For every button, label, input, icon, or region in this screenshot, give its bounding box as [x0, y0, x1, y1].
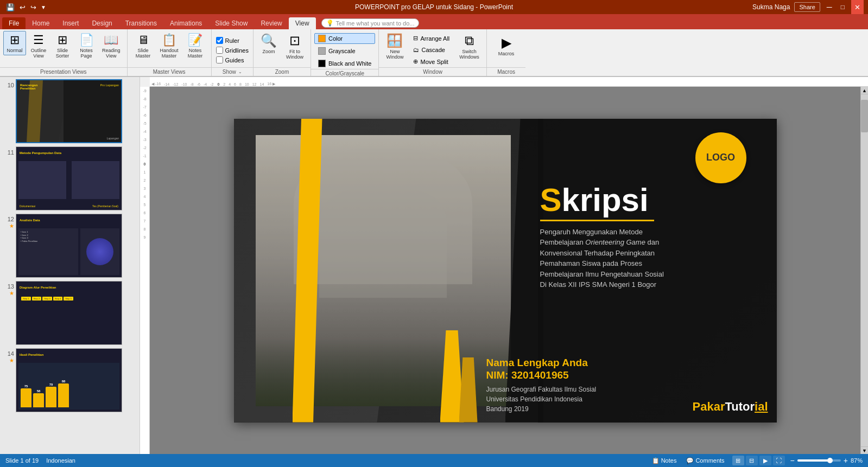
comments-icon: 💬 — [686, 457, 694, 464]
share-btn[interactable]: Share — [794, 2, 820, 12]
slideshow-icon-btn[interactable]: ⛶ — [773, 456, 785, 465]
arrange-all-icon: ⊟ — [413, 35, 418, 42]
gridlines-checkbox-label[interactable]: Gridlines — [216, 47, 249, 54]
reading-view-btn[interactable]: 📖 ReadingView — [99, 31, 124, 61]
zoom-slider[interactable] — [797, 459, 841, 462]
zoom-slider-fill — [797, 459, 830, 462]
black-white-option-btn[interactable]: Black and White — [314, 58, 375, 69]
gridlines-checkbox[interactable] — [216, 47, 223, 54]
name-text: Nama Lengkap Anda — [486, 357, 768, 369]
arrange-all-btn[interactable]: ⊟ Arrange All — [409, 33, 453, 43]
group-color-grayscale: Color Grayscale Black and White Color/Gr… — [311, 29, 379, 76]
scroll-down-btn[interactable]: ▼ — [861, 446, 868, 454]
redo-btn[interactable]: ↪ — [29, 3, 38, 12]
tab-slide-show[interactable]: Slide Show — [208, 17, 254, 29]
move-split-btn[interactable]: ⊕ Move Split — [409, 56, 453, 67]
new-window-icon: 🪟 — [387, 33, 403, 48]
grayscale-option-btn[interactable]: Grayscale — [314, 46, 375, 56]
ruler-checkbox[interactable] — [216, 37, 223, 44]
guides-checkbox[interactable] — [216, 56, 223, 63]
zoom-body: 🔍 Zoom ⊡ Fit toWindow — [257, 31, 307, 67]
slide-sorter-btn[interactable]: ⊞ SlideSorter — [51, 31, 74, 61]
zoom-out-btn[interactable]: − — [790, 456, 795, 465]
kripsi-text: kripsi — [562, 182, 649, 218]
fit-to-window-btn[interactable]: ⊡ Fit toWindow — [282, 31, 307, 62]
watermark-tutor: Tutor — [725, 400, 755, 413]
notes-status-label: Notes — [661, 457, 677, 464]
subtitle-line4: Pemahaman Siswa pada Proses — [540, 259, 643, 267]
notes-page-label: NotesPage — [80, 48, 93, 59]
tab-transitions[interactable]: Transitions — [119, 17, 163, 29]
save-btn[interactable]: 💾 — [4, 3, 16, 12]
tab-review[interactable]: Review — [254, 17, 288, 29]
undo-btn[interactable]: ↩ — [18, 3, 27, 12]
tab-file[interactable]: File — [2, 17, 26, 29]
maximize-btn[interactable]: □ — [839, 3, 847, 11]
slide-thumb-11[interactable]: 11 Metode Pengumpulan Data Dokumentasi T… — [2, 146, 137, 210]
outline-view-btn[interactable]: ☰ OutlineView — [27, 31, 50, 61]
tab-insert[interactable]: Insert — [56, 17, 85, 29]
v-scrollbar[interactable]: ▲ ▼ — [860, 87, 868, 454]
notes-page-btn[interactable]: 📄 NotesPage — [75, 31, 98, 61]
switch-windows-icon: ⧉ — [465, 33, 474, 48]
slide-subtitle: Pengaruh Menggunakan Metode Pembelajaran… — [540, 227, 768, 290]
macros-btn[interactable]: ▶ Macros — [492, 33, 521, 59]
tab-animations[interactable]: Animations — [163, 17, 208, 29]
group-show: Ruler Gridlines Guides Show ⌄ — [212, 29, 254, 76]
zoom-btn[interactable]: 🔍 Zoom — [257, 31, 281, 56]
normal-icon: ⊞ — [10, 33, 20, 47]
status-bar-right: 📋 Notes 💬 Comments ⊞ ⊟ ▶ ⛶ − + — [650, 456, 863, 465]
black-white-swatch — [318, 60, 326, 67]
tab-design[interactable]: Design — [85, 17, 118, 29]
minimize-btn[interactable]: ─ — [825, 3, 834, 11]
notes-master-btn[interactable]: 📝 NotesMaster — [183, 31, 208, 61]
h-ruler: ◀ -16 -14 -12 -10 -8 -6 -4 -2 0 2 4 6 8 … — [150, 77, 868, 87]
normal-view-icon-btn[interactable]: ⊞ — [732, 456, 744, 465]
macros-body: ▶ Macros — [492, 31, 521, 67]
zoom-label: Zoom — [262, 49, 275, 54]
normal-btn[interactable]: ⊞ Normal — [3, 31, 26, 55]
zoom-in-btn[interactable]: + — [844, 456, 848, 465]
tab-home[interactable]: Home — [26, 17, 56, 29]
reading-view-label: ReadingView — [102, 48, 121, 59]
cascade-icon: 🗂 — [413, 47, 419, 53]
slide-thumb-13[interactable]: 13 ★ Diagram Alur Penelitian Step 1 Step… — [2, 281, 137, 345]
customize-quick-access-btn[interactable]: ▼ — [40, 4, 47, 11]
color-option-btn[interactable]: Color — [314, 33, 375, 44]
slide-thumb-14[interactable]: 14 ★ Hasil Penelitian 75 58 — [2, 348, 137, 412]
tab-view[interactable]: View — [289, 17, 316, 29]
slide-num-12: 12 — [8, 216, 14, 222]
subtitle-line3: Konvensional Terhadap Peningkatan — [540, 249, 655, 257]
color-grayscale-body: Color Grayscale Black and White — [314, 31, 375, 69]
grayscale-swatch — [318, 47, 326, 55]
slide-thumb-12[interactable]: 12 ★ Analisis Data • Item 1• Item 2• Ite… — [2, 214, 137, 278]
slide-master-btn[interactable]: 🖥 SlideMaster — [131, 31, 156, 61]
ruler-checkbox-label[interactable]: Ruler — [216, 37, 249, 44]
guides-checkbox-label[interactable]: Guides — [216, 56, 249, 63]
slide-sorter-icon-btn[interactable]: ⊟ — [746, 456, 758, 465]
comments-status-btn[interactable]: 💬 Comments — [684, 456, 726, 465]
switch-windows-btn[interactable]: ⧉ SwitchWindows — [455, 31, 483, 62]
notes-status-btn[interactable]: 📋 Notes — [650, 456, 679, 465]
handout-master-btn[interactable]: 📋 HandoutMaster — [157, 31, 182, 61]
slide-title-area: Skripsi Pengaruh Menggunakan Metode Pemb… — [540, 184, 768, 290]
slide-thumb-10[interactable]: 10 RancanganPenelitian Pro Lapangan Lapa… — [2, 79, 137, 143]
group-master-views: 🖥 SlideMaster 📋 HandoutMaster 📝 NotesMas… — [128, 29, 212, 76]
slide-num-10: 10 — [8, 82, 14, 88]
master-views-body: 🖥 SlideMaster 📋 HandoutMaster 📝 NotesMas… — [131, 31, 208, 67]
new-window-btn[interactable]: 🪟 NewWindow — [382, 31, 407, 62]
close-btn[interactable]: ✕ — [851, 0, 864, 14]
group-presentation-views: ⊞ Normal ☰ OutlineView ⊞ SlideSorter 📄 N… — [0, 29, 128, 76]
window-options-col: ⊟ Arrange All 🗂 Cascade ⊕ Move Split — [409, 31, 453, 67]
zoom-control: − + 87% — [790, 456, 863, 465]
scroll-up-btn[interactable]: ▲ — [861, 87, 868, 94]
reading-view-icon-btn[interactable]: ▶ — [759, 456, 771, 465]
slide-num-11: 11 — [8, 149, 14, 156]
cascade-btn[interactable]: 🗂 Cascade — [409, 45, 453, 55]
master-views-label: Master Views — [128, 67, 211, 76]
subtitle-line6: Di Kelas XII IPS SMA Negeri 1 Bogor — [540, 280, 657, 289]
scroll-thumb[interactable] — [861, 100, 868, 132]
lightbulb-icon: 💡 — [326, 20, 334, 27]
slide-img-12: Analisis Data • Item 1• Item 2• Item 3• … — [16, 214, 122, 278]
tell-me-bar[interactable]: 💡 Tell me what you want to do... — [321, 18, 420, 28]
